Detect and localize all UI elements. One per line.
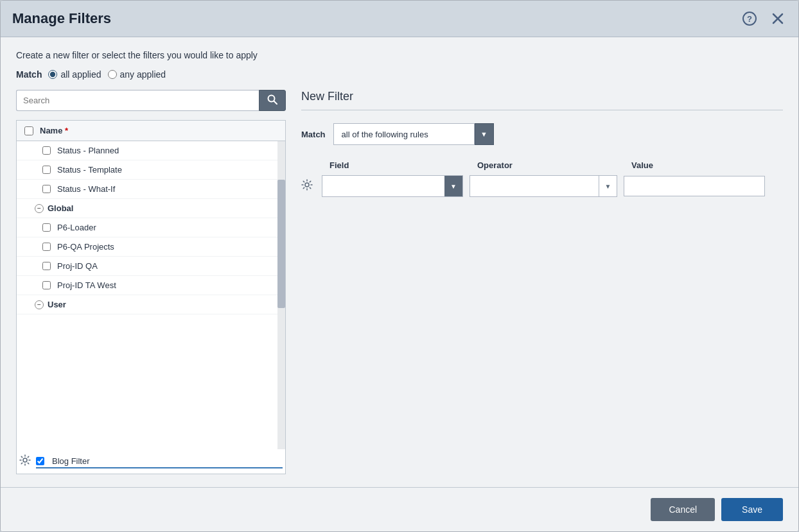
dialog-header: Manage Filters ? (1, 1, 798, 37)
match-filter-row: Match all of the following rules ▼ (301, 123, 783, 145)
match-filter-label: Match (301, 130, 326, 139)
item-checkbox-p6-loader[interactable] (42, 223, 51, 232)
list-item: Proj-ID TA West (17, 276, 285, 295)
match-any-label[interactable]: any applied (108, 69, 166, 80)
item-label: Status - Planned (57, 146, 119, 155)
item-checkbox-proj-id-ta-west[interactable] (42, 281, 51, 289)
match-all-radio[interactable] (48, 70, 57, 79)
select-all-checkbox[interactable] (24, 126, 33, 135)
name-column-header: Name * (40, 126, 68, 135)
list-item: Status - What-If (17, 180, 285, 199)
match-select-arrow[interactable]: ▼ (475, 123, 494, 145)
blog-filter-checkbox[interactable] (36, 457, 44, 465)
bottom-row (17, 449, 285, 474)
match-any-text: any applied (120, 69, 166, 80)
list-item: P6-Loader (17, 218, 285, 237)
operator-select-arrow[interactable]: ▼ (599, 176, 617, 196)
match-select[interactable]: all of the following rules ▼ (333, 123, 494, 145)
svg-point-6 (23, 458, 27, 462)
help-button[interactable]: ? (741, 10, 759, 28)
filter-list-header: Name * (17, 121, 285, 141)
subtitle: Create a new filter or select the filter… (16, 50, 783, 60)
dialog-footer: Cancel Save (1, 487, 798, 531)
svg-text:?: ? (747, 14, 752, 24)
field-select-arrow[interactable]: ▼ (444, 176, 462, 196)
filter-list: Status - Planned Status - Template Statu… (17, 141, 285, 449)
field-row: ▼ ▼ (301, 175, 783, 197)
match-all-text: all applied (60, 69, 101, 80)
match-label: Match (16, 69, 42, 80)
content-area: Name * Status - Planned Sta (16, 90, 783, 474)
new-filter-title: New Filter (301, 90, 783, 110)
scrollbar-track[interactable] (277, 141, 285, 449)
search-row (16, 90, 286, 111)
search-input[interactable] (16, 90, 259, 111)
dialog-title: Manage Filters (12, 10, 111, 27)
collapse-icon-global: − (35, 204, 44, 213)
scrollbar-thumb (277, 180, 285, 308)
item-checkbox-status-planned[interactable] (42, 146, 51, 155)
save-button[interactable]: Save (721, 498, 783, 521)
left-panel: Name * Status - Planned Sta (16, 90, 286, 474)
field-col-header: Field (329, 160, 471, 170)
item-label: P6-QA Projects (57, 242, 114, 252)
item-label: Status - What-If (57, 184, 115, 194)
group-label-user: User (48, 300, 66, 309)
operator-select[interactable]: ▼ (470, 175, 617, 197)
right-panel: New Filter Match all of the following ru… (286, 90, 783, 474)
svg-line-5 (274, 101, 277, 105)
item-checkbox-status-whatif[interactable] (42, 185, 51, 193)
dialog-body: Create a new filter or select the filter… (1, 37, 798, 487)
item-checkbox-proj-id-qa[interactable] (42, 262, 51, 270)
svg-point-7 (305, 183, 309, 187)
item-checkbox-status-template[interactable] (42, 166, 51, 174)
row-gear-icon[interactable] (301, 179, 313, 193)
header-icons: ? (741, 10, 787, 28)
match-any-radio[interactable] (108, 70, 117, 79)
collapse-icon-user: − (35, 300, 44, 309)
close-button[interactable] (769, 10, 787, 28)
list-item: Status - Planned (17, 141, 285, 160)
field-select[interactable]: ▼ (322, 175, 463, 197)
item-label: Proj-ID TA West (57, 280, 116, 290)
item-label: Proj-ID QA (57, 261, 98, 271)
cancel-button[interactable]: Cancel (651, 498, 715, 521)
blog-filter-input[interactable] (49, 455, 283, 467)
list-item: Status - Template (17, 160, 285, 180)
operator-col-header: Operator (471, 160, 625, 170)
item-label: P6-Loader (57, 223, 96, 232)
match-select-text: all of the following rules (333, 123, 475, 145)
search-button[interactable] (259, 90, 286, 111)
match-all-label[interactable]: all applied (48, 69, 101, 80)
item-checkbox-p6-qa-projects[interactable] (42, 243, 51, 251)
filter-list-container: Name * Status - Planned Sta (16, 120, 286, 474)
list-item: Proj-ID QA (17, 257, 285, 276)
blog-filter-row (36, 455, 283, 468)
match-row: Match all applied any applied (16, 69, 783, 80)
list-item: P6-QA Projects (17, 237, 285, 257)
required-star: * (65, 126, 68, 135)
item-label: Status - Template (57, 165, 122, 175)
group-label-global: Global (48, 203, 73, 213)
value-input[interactable] (624, 176, 765, 196)
group-header-global[interactable]: − Global (17, 199, 285, 218)
group-header-user[interactable]: − User (17, 295, 285, 314)
fields-header: Field Operator Value (301, 160, 783, 170)
field-select-text (322, 176, 444, 196)
operator-select-text (470, 176, 599, 196)
value-col-header: Value (625, 160, 653, 170)
gear-button-bottom[interactable] (19, 454, 31, 468)
manage-filters-dialog: Manage Filters ? Create a new filter or … (0, 0, 799, 532)
